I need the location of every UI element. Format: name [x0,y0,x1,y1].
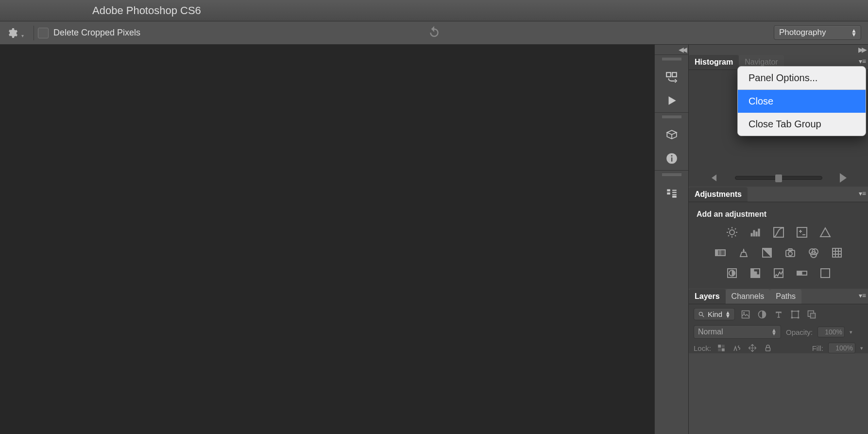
black-white-icon[interactable] [759,246,775,260]
delete-cropped-pixels-checkbox[interactable] [38,28,49,38]
svg-rect-64 [722,348,725,351]
zoom-small-icon[interactable] [712,174,716,181]
svg-rect-61 [718,345,721,347]
svg-rect-65 [766,347,770,351]
search-icon [698,311,705,318]
zoom-slider-track[interactable] [735,176,822,180]
filter-adjustment-icon[interactable] [756,309,768,320]
svg-rect-47 [797,271,802,275]
fill-label: Fill: [812,344,823,352]
tab-paths[interactable]: Paths [770,289,801,304]
title-bar: Adobe Photoshop CS6 [0,0,868,21]
svg-rect-6 [667,192,670,194]
exposure-icon[interactable] [794,226,810,239]
svg-rect-63 [718,348,721,351]
filter-shape-icon[interactable] [789,309,801,320]
updown-icon: ▲▼ [851,29,856,36]
color-lookup-icon[interactable] [829,246,845,260]
filter-type-icon[interactable] [773,309,784,320]
properties-panel-icon[interactable] [663,126,681,144]
workspace-switcher[interactable]: Photography ▲▼ [774,25,861,40]
selective-color-icon[interactable] [817,266,833,280]
zoom-large-icon[interactable] [840,173,847,183]
panel-menu-icon[interactable]: ▾≡ [859,292,866,299]
tool-preset-gear-icon[interactable] [5,26,19,40]
panel-menu-icon[interactable]: ▾≡ [859,57,866,65]
hue-saturation-icon[interactable] [713,246,728,260]
dock-grip[interactable] [662,116,681,119]
opacity-dropdown-icon[interactable]: ▾ [850,329,852,335]
tab-adjustments[interactable]: Adjustments [689,187,748,202]
delete-cropped-pixels-label: Delete Cropped Pixels [53,28,140,38]
svg-point-49 [699,312,702,315]
svg-rect-55 [791,310,793,312]
zoom-slider-thumb[interactable] [775,174,782,182]
panel-context-menu: Panel Options... Close Close Tab Group [737,66,866,136]
adjustments-tabrow: Adjustments ▾≡ [689,187,868,202]
info-panel-icon[interactable] [663,150,681,167]
svg-point-8 [730,230,734,235]
svg-rect-7 [672,195,677,197]
color-balance-icon[interactable] [736,246,751,260]
svg-rect-18 [753,230,755,236]
svg-point-52 [743,312,745,313]
tab-histogram[interactable]: Histogram [689,55,739,69]
svg-rect-20 [758,229,760,236]
brightness-contrast-icon[interactable] [724,226,740,239]
workspace-selected-label: Photography [779,28,826,37]
lock-position-icon[interactable] [747,343,758,353]
channel-mixer-icon[interactable] [806,246,821,260]
lock-transparency-icon[interactable] [716,343,727,353]
layer-filter-kind-select[interactable]: Kind ▲▼ [694,308,735,320]
separator [34,26,34,40]
dock-grip[interactable] [662,58,681,61]
kind-label: Kind [708,310,722,318]
photo-filter-icon[interactable] [783,246,798,260]
reset-crop-icon[interactable] [427,25,442,41]
gradient-map-icon[interactable] [794,266,810,280]
lock-pixels-icon[interactable] [732,343,742,353]
levels-icon[interactable] [748,226,763,239]
dock-grip[interactable] [662,174,681,176]
svg-point-27 [743,250,744,252]
document-canvas[interactable] [0,45,654,434]
menu-close-tab-group[interactable]: Close Tab Group [738,113,866,136]
svg-rect-36 [833,248,841,257]
tool-preset-dropdown-arrow-icon[interactable]: ▾ [21,33,24,38]
invert-icon[interactable] [724,266,740,280]
lock-all-icon[interactable] [763,343,773,353]
actions-panel-icon[interactable] [663,92,681,109]
navigator-zoom-slider [689,172,868,184]
vibrance-icon[interactable] [817,226,833,239]
panel-expand-icon[interactable]: ▶▶ [858,46,865,53]
tab-channels[interactable]: Channels [726,289,770,304]
posterize-icon[interactable] [748,266,763,280]
svg-line-13 [728,228,729,229]
svg-rect-56 [798,310,799,312]
svg-line-14 [735,235,736,236]
svg-line-50 [702,315,704,317]
dock-collapse-icon[interactable]: ◀◀ [679,46,685,53]
history-panel-icon[interactable] [663,69,681,86]
threshold-icon[interactable] [771,266,786,280]
filter-pixel-icon[interactable] [740,309,751,320]
fill-value[interactable]: 100% [828,343,855,353]
blend-mode-row: Normal ▲▼ Opacity: 100% ▾ [694,325,863,339]
svg-rect-0 [666,72,671,77]
filter-smart-object-icon[interactable] [806,309,817,320]
blend-mode-label: Normal [698,328,723,336]
opacity-label: Opacity: [786,328,813,336]
clone-source-panel-icon[interactable] [663,184,681,202]
fill-dropdown-icon[interactable]: ▾ [860,345,863,351]
updown-icon: ▲▼ [725,311,731,318]
menu-panel-options[interactable]: Panel Options... [738,67,866,89]
menu-close[interactable]: Close [738,90,866,113]
blend-mode-select[interactable]: Normal ▲▼ [694,325,781,339]
svg-line-15 [728,235,729,236]
opacity-value[interactable]: 100% [817,327,845,337]
panel-menu-icon[interactable]: ▾≡ [859,190,866,197]
svg-rect-1 [672,72,677,77]
curves-icon[interactable] [771,226,786,239]
svg-rect-62 [722,345,725,347]
tab-layers[interactable]: Layers [689,289,726,304]
